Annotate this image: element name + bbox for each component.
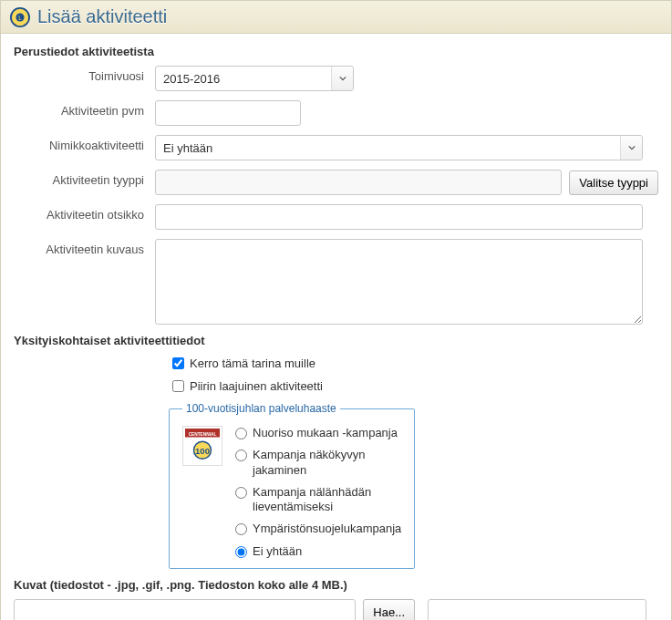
centennial-none-label[interactable]: Ei yhtään xyxy=(253,544,302,559)
centennial-badge-icon: CENTENNIAL 100 xyxy=(182,426,222,466)
centennial-hunger-radio[interactable] xyxy=(235,487,247,499)
type-label: Aktiviteetin tyyppi xyxy=(14,170,155,187)
signature-activity-select[interactable]: Ei yhtään xyxy=(155,135,643,160)
year-select[interactable]: 2015-2016 xyxy=(155,66,354,91)
signature-activity-value: Ei yhtään xyxy=(163,141,212,155)
svg-text:L: L xyxy=(18,14,22,20)
centennial-hunger-label[interactable]: Kampanja nälänhädän lieventämiseksi xyxy=(253,485,401,515)
image-preview-box xyxy=(428,599,646,620)
add-activity-window: L Lisää aktiviteetti Perustiedot aktivit… xyxy=(0,0,672,620)
year-select-value: 2015-2016 xyxy=(163,72,220,86)
activity-type-display xyxy=(155,170,562,195)
centennial-none-radio[interactable] xyxy=(235,546,247,558)
title-label: Aktiviteetin otsikko xyxy=(14,204,155,222)
share-story-checkbox[interactable] xyxy=(172,357,184,369)
images-heading: Kuvat (tiedostot - .jpg, .gif, .png. Tie… xyxy=(14,578,658,592)
date-label: Aktiviteetin pvm xyxy=(14,100,155,118)
lions-logo-icon: L xyxy=(10,7,30,27)
centennial-vision-label[interactable]: Kampanja näkökyvyn jakaminen xyxy=(253,448,401,478)
form-content: Perustiedot aktiviteetista Toimivuosi 20… xyxy=(1,34,671,620)
centennial-legend: 100-vuotisjuhlan palveluhaaste xyxy=(182,402,340,415)
year-label: Toimivuosi xyxy=(14,66,155,83)
svg-text:100: 100 xyxy=(195,446,210,456)
share-story-label[interactable]: Kerro tämä tarina muille xyxy=(190,356,315,370)
activity-description-textarea[interactable] xyxy=(155,239,643,325)
choose-type-button[interactable]: Valitse tyyppi xyxy=(569,170,658,195)
centennial-vision-radio[interactable] xyxy=(235,450,247,461)
svg-text:CENTENNIAL: CENTENNIAL xyxy=(189,432,217,437)
district-wide-label[interactable]: Piirin laajuinen aktiviteetti xyxy=(190,379,323,393)
details-heading: Yksityiskohtaiset aktiviteettitiedot xyxy=(14,334,658,347)
district-wide-checkbox[interactable] xyxy=(172,380,184,392)
chevron-down-icon xyxy=(331,67,353,90)
titlebar: L Lisää aktiviteetti xyxy=(1,1,671,34)
window-title: Lisää aktiviteetti xyxy=(37,6,167,27)
desc-label: Aktiviteetin kuvaus xyxy=(14,239,155,256)
centennial-youth-radio[interactable] xyxy=(235,428,247,439)
chevron-down-icon xyxy=(620,136,642,160)
centennial-environment-label[interactable]: Ympäristönsuojelukampanja xyxy=(253,522,401,536)
browse-button[interactable]: Hae... xyxy=(363,599,415,620)
centennial-environment-radio[interactable] xyxy=(235,523,247,535)
basic-info-heading: Perustiedot aktiviteetista xyxy=(14,45,658,58)
activity-title-input[interactable] xyxy=(155,204,643,230)
centennial-challenge-group: 100-vuotisjuhlan palveluhaaste CENTENNIA… xyxy=(169,402,415,569)
activity-date-input[interactable] xyxy=(155,100,301,126)
centennial-youth-label[interactable]: Nuoriso mukaan -kampanja xyxy=(253,426,398,440)
signature-label: Nimikkoaktiviteetti xyxy=(14,135,155,152)
file-path-display xyxy=(14,599,356,620)
